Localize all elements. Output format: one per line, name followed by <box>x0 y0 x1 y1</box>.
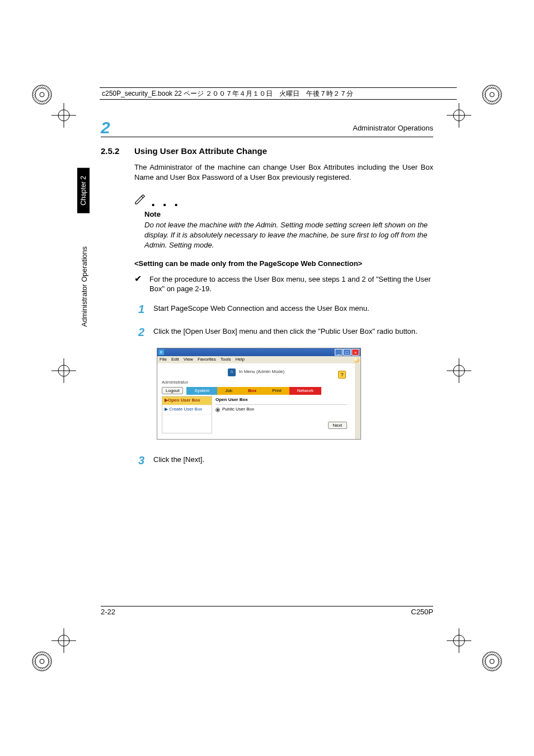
note-label: Note <box>144 209 433 220</box>
page-footer: 2-22 C250P <box>101 606 433 616</box>
step-text: Click the [Next]. <box>153 453 433 465</box>
tab-box[interactable]: Box <box>240 387 264 395</box>
check-text: For the procedure to access the User Box… <box>149 274 433 294</box>
scrollbar[interactable] <box>355 364 360 439</box>
window-minimize-button[interactable]: _ <box>335 349 343 356</box>
menu-tools[interactable]: Tools <box>221 357 231 363</box>
box-right-panel: Open User Box Public User Box Next <box>212 396 350 433</box>
step-2: 2 Click the [Open User Box] menu and the… <box>134 325 433 340</box>
svg-point-10 <box>35 655 49 668</box>
window-titlebar: e _ □ × <box>157 348 360 356</box>
crosshair-bl <box>51 628 76 653</box>
step-number: 2 <box>134 325 144 340</box>
menu-file[interactable]: File <box>160 357 167 363</box>
tab-system[interactable]: System <box>186 387 217 395</box>
tab-print[interactable]: Print <box>264 387 289 395</box>
menu-view[interactable]: View <box>184 357 193 363</box>
window-close-button[interactable]: × <box>352 349 359 356</box>
step-text: Start PageScope Web Connection and acces… <box>153 302 433 314</box>
pagescope-logo-icon: ⌂ <box>228 368 236 376</box>
note-pencil-icon <box>134 193 147 207</box>
note-dots-icon: . . . <box>151 200 180 203</box>
next-button[interactable]: Next <box>328 422 347 429</box>
browser-menubar: File Edit View Favorites Tools Help <box>157 356 353 363</box>
chapter-number: 2 <box>101 118 110 137</box>
pagescope-header: ⌂ In Menu (Admin Mode) <box>162 368 350 376</box>
model-number: C250P <box>411 608 433 616</box>
side-chapter-tab: Chapter 2 <box>77 168 90 213</box>
step-number: 3 <box>134 453 144 468</box>
box-side-nav: ▶Open User Box ▶ Create User Box <box>162 396 212 433</box>
section-title: Using User Box Attribute Change <box>134 146 267 157</box>
running-header: 2 Administrator Operations <box>101 121 433 134</box>
tab-job[interactable]: Job <box>217 387 240 395</box>
main-content: 2.5.2 Using User Box Attribute Change Th… <box>101 146 433 476</box>
section-number: 2.5.2 <box>101 146 124 157</box>
pagescope-mode-text: In Menu (Admin Mode) <box>239 369 284 375</box>
section-heading: 2.5.2 Using User Box Attribute Change <box>101 146 433 157</box>
checkmark-icon: ✔ <box>134 274 142 294</box>
nav-open-user-box[interactable]: ▶Open User Box <box>162 396 212 405</box>
book-header-line: c250P_security_E.book 22 ページ ２００７年４月１０日 … <box>100 87 457 100</box>
radio-icon[interactable] <box>216 408 220 412</box>
note-icon-row: . . . <box>134 193 433 207</box>
note-body: Do not leave the machine with the Admin.… <box>144 220 439 250</box>
regmark-bottom-left <box>31 651 53 672</box>
administrator-label: Administrator <box>162 380 350 386</box>
side-section-label: Administrator Operations <box>80 246 88 327</box>
menu-edit[interactable]: Edit <box>171 357 179 363</box>
panel-heading: Open User Box <box>216 397 347 405</box>
tab-strip: System Job Box Print Network <box>186 387 321 395</box>
book-header-text: c250P_security_E.book 22 ページ ２００７年４月１０日 … <box>102 89 353 99</box>
crosshair-ml <box>51 358 76 383</box>
regmark-bottom-right <box>481 651 503 672</box>
radio-label: Public User Box <box>222 407 254 413</box>
step-number: 1 <box>134 302 144 317</box>
ie-icon: e <box>158 349 164 355</box>
window-maximize-button[interactable]: □ <box>343 349 351 356</box>
browser-throbber-icon <box>353 356 360 364</box>
page-number: 2-22 <box>101 608 115 616</box>
help-icon[interactable]: ? <box>338 371 346 379</box>
screenshot-panel: e _ □ × File Edit View Favorites Tools H… <box>157 348 361 440</box>
subheading: <Setting can be made only from the PageS… <box>134 259 433 269</box>
step-1: 1 Start PageScope Web Connection and acc… <box>134 302 433 317</box>
svg-point-2 <box>35 88 49 101</box>
menu-help[interactable]: Help <box>235 357 244 363</box>
step-text: Click the [Open User Box] menu and then … <box>153 325 433 337</box>
radio-public-user-box[interactable]: Public User Box <box>216 407 347 413</box>
intro-paragraph: The Administrator of the machine can cha… <box>134 162 433 182</box>
svg-point-14 <box>485 655 499 668</box>
nav-create-user-box[interactable]: ▶ Create User Box <box>162 405 212 414</box>
regmark-top-right <box>481 84 503 105</box>
step-3: 3 Click the [Next]. <box>134 453 433 468</box>
crosshair-mr <box>447 358 471 383</box>
header-rule <box>101 137 433 137</box>
check-row: ✔ For the procedure to access the User B… <box>134 274 433 294</box>
crosshair-tl <box>51 103 76 128</box>
logout-button[interactable]: Logout <box>162 387 183 394</box>
regmark-top-left <box>31 84 53 105</box>
crosshair-tr <box>447 103 471 128</box>
crosshair-br <box>447 628 471 653</box>
svg-point-6 <box>485 88 499 101</box>
running-title: Administrator Operations <box>353 124 433 132</box>
menu-favorites[interactable]: Favorites <box>198 357 216 363</box>
tab-network[interactable]: Network <box>289 387 321 395</box>
